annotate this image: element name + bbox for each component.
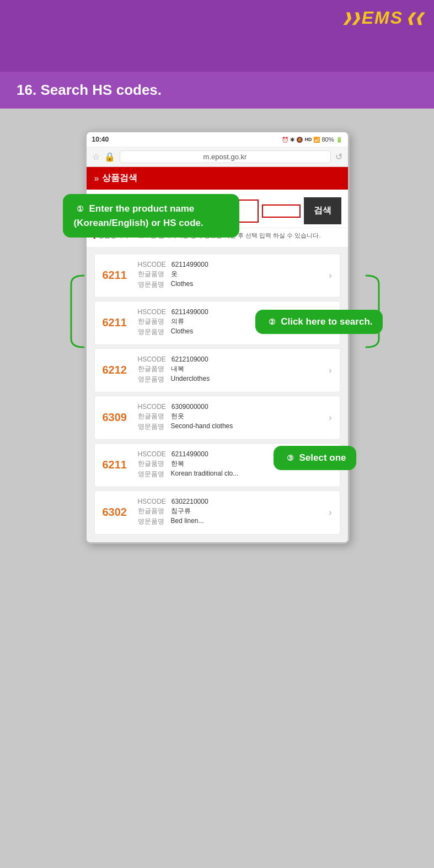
english-label: 영문품명 [138,327,165,337]
status-icons: ⏰ ✱ 🔕 HD 📶 80% 🔋 [282,136,342,143]
section-title: 16. Search HS codes. [17,82,162,98]
page-header-red: » 상품검색 [87,167,348,190]
hs-row-code: HSCODE 6302210000 [138,498,323,505]
english-value: Clothes [171,280,194,289]
hscode-value: 6309000000 [172,403,208,411]
hscode-value: 6211499000 [172,261,208,268]
battery-text: 80% [322,136,334,143]
browser-bar: ☆ 🔒 m.epost.go.kr ↺ [87,147,348,167]
hs-row-english: 영문품명 Bed linen... [138,517,323,526]
hscode-value: 6302210000 [172,498,208,505]
hscode-label: HSCODE [138,355,166,363]
english-value: Underclothes [171,375,210,384]
korean-value: 내복 [171,364,184,374]
hs-details: HSCODE 6309000000 한글품명 헌옷 영문품명 Second-ha… [138,403,323,433]
callout-1-text: Enter the product name (Korean/English) … [74,203,203,228]
hs-code-number: 6302 [103,506,131,519]
hs-row-code: HSCODE 6309000000 [138,403,323,411]
volume-icon: 🔕 [296,137,303,143]
url-bar[interactable]: m.epost.go.kr [120,150,331,163]
callout-2-num: ② [265,315,278,328]
hs-row-english: 영문품명 Underclothes [138,375,323,384]
hs-row-korean: 한글품명 내복 [138,364,323,374]
korean-value: 옷 [171,269,178,279]
content-area: ①Enter the product name (Korean/English)… [0,109,434,566]
status-bar: 10:40 ⏰ ✱ 🔕 HD 📶 80% 🔋 [87,132,348,147]
english-label: 영문품명 [138,280,165,289]
korean-label: 한글품명 [138,459,165,468]
hs-code-number: 6211 [103,316,131,329]
hs-row-english: 영문품명 Clothes [138,280,323,289]
search-extra-field[interactable] [262,204,301,218]
korean-value: 침구류 [171,506,191,516]
callout-3-text: Select one [299,452,346,463]
callout-2: ②Click here to search. [255,310,382,334]
hs-row-korean: 한글품명 침구류 [138,506,323,516]
section-title-bar: 16. Search HS codes. [0,72,434,109]
callout-3-num: ③ [283,451,297,465]
callout-3: ③Select one [274,446,356,470]
list-item[interactable]: 6302 HSCODE 6302210000 한글품명 침구류 영문품명 Bed… [94,490,340,535]
list-item[interactable]: 6212 HSCODE 6212109000 한글품명 내복 영문품명 Unde… [94,348,340,392]
hscode-label: HSCODE [138,403,166,411]
korean-value: 한복 [171,459,184,468]
hs-details: HSCODE 6211499000 한글품명 옷 영문품명 Clothes [138,261,323,290]
chevron-right-icon: › [329,271,331,281]
english-label: 영문품명 [138,470,165,479]
english-value: Korean traditional clo... [171,470,239,479]
hs-row-code: HSCODE 6211499000 [138,261,323,268]
phone-screen: 10:40 ⏰ ✱ 🔕 HD 📶 80% 🔋 ☆ 🔒 m.epo [85,131,350,544]
english-value: Bed linen... [171,517,204,526]
korean-value: 의류 [171,317,184,326]
hs-code-number: 6211 [103,459,131,471]
phone-wrapper: ①Enter the product name (Korean/English)… [52,131,383,544]
star-icon[interactable]: ☆ [92,152,100,162]
hs-row-english: 영문품명 Second-hand clothes [138,422,323,432]
battery-icon: 🔋 [336,137,342,143]
hscode-label: HSCODE [138,261,166,268]
hs-row-english: 영문품명 Korean traditional clo... [138,470,323,479]
english-label: 영문품명 [138,517,165,526]
signal-icon: 📶 [313,137,320,143]
callout-1: ①Enter the product name (Korean/English)… [63,194,239,238]
korean-value: 헌옷 [171,412,184,421]
english-label: 영문품명 [138,375,165,384]
list-item[interactable]: 6211 HSCODE 6211499000 한글품명 옷 영문품명 Cloth… [94,254,340,298]
refresh-icon[interactable]: ↺ [335,152,342,162]
korean-label: 한글품명 [138,412,165,421]
bracket-left-indicator [68,273,85,350]
ems-logo: ❱❱ EMS ❰❰ [342,8,423,28]
korean-label: 한글품명 [138,364,165,374]
status-time: 10:40 [92,136,109,143]
result-list: 6211 HSCODE 6211499000 한글품명 옷 영문품명 Cloth… [87,247,348,542]
hs-details: HSCODE 6302210000 한글품명 침구류 영문품명 Bed line… [138,498,323,527]
chevron-right-icon: › [329,508,331,517]
hs-row-korean: 한글품명 옷 [138,269,323,279]
english-value: Clothes [171,327,194,337]
hscode-value: 6212109000 [172,355,208,363]
ems-wings-right-icon: ❰❰ [405,11,423,25]
hscode-label: HSCODE [138,308,166,316]
page-header-title: 상품검색 [102,172,137,184]
hscode-value: 6211499000 [172,450,208,458]
hd-icon: HD [304,137,312,142]
hs-row-korean: 한글품명 헌옷 [138,412,323,421]
header-bar: ❱❱ EMS ❰❰ [0,0,434,72]
korean-label: 한글품명 [138,506,165,516]
callout-1-num: ① [74,202,87,215]
hs-code-number: 6309 [103,411,131,424]
list-item[interactable]: 6309 HSCODE 6309000000 한글품명 헌옷 영문품명 Seco… [94,396,340,440]
chevron-right-icon: › [329,413,331,423]
ems-wings-icon: ❱❱ [342,11,360,25]
korean-label: 한글품명 [138,269,165,279]
hscode-label: HSCODE [138,450,166,458]
lock-icon: 🔒 [104,152,115,162]
hs-code-number: 6212 [103,364,131,376]
search-button[interactable]: 검색 [304,197,341,224]
bluetooth-icon: ✱ [290,137,294,143]
hscode-value: 6211499000 [172,308,208,316]
hs-details: HSCODE 6212109000 한글품명 내복 영문품명 Underclot… [138,355,323,385]
chevron-right-icon: › [329,365,331,375]
page-header-arrows-icon: » [94,174,99,184]
alarm-icon: ⏰ [282,137,288,143]
